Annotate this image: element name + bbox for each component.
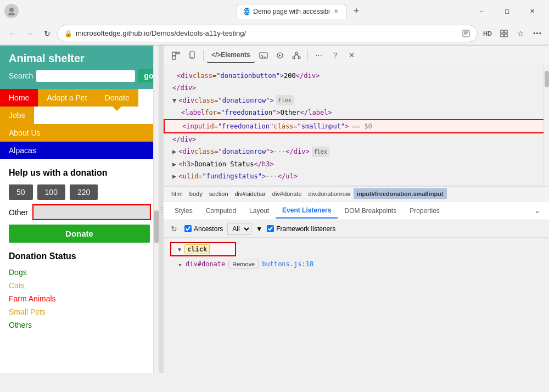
device-toolbar-button[interactable]: [184, 48, 200, 63]
svg-point-17: [298, 57, 300, 59]
listener-target: div#donate: [186, 260, 225, 268]
collapse-arrow-2[interactable]: ▶: [172, 146, 176, 157]
nav-item-donate[interactable]: Donate: [96, 89, 138, 107]
filter-dropdown-arrow[interactable]: ▼: [256, 225, 262, 233]
collapse-arrow-3[interactable]: ▶: [172, 159, 176, 170]
tree-line-2[interactable]: </div>: [164, 82, 549, 94]
click-event-row[interactable]: ▼ click: [170, 242, 236, 256]
text: 200: [284, 70, 296, 81]
help-button[interactable]: ?: [328, 48, 343, 63]
collapse-arrow-4[interactable]: ▶: [172, 171, 176, 182]
minimize-button[interactable]: –: [469, 2, 494, 20]
more-tools-button[interactable]: ⋯: [311, 48, 327, 63]
new-tab-button[interactable]: +: [349, 3, 364, 19]
inspect-element-button[interactable]: [168, 48, 183, 63]
free-donation-input[interactable]: [33, 205, 150, 219]
other-label: Other: [9, 208, 28, 217]
tree-line-4[interactable]: <label for="freedonation">Other</label>: [164, 107, 549, 119]
network-tab-button[interactable]: [289, 48, 304, 63]
close-button[interactable]: ✕: [519, 2, 545, 20]
devtools-scrollbar[interactable]: [544, 65, 549, 186]
hd-button[interactable]: HD: [480, 26, 495, 41]
tab-layout[interactable]: Layout: [243, 204, 276, 218]
tab-dom-breakpoints[interactable]: DOM Breakpoints: [338, 204, 403, 218]
tree-line-7[interactable]: ▶ <div class="donationrow"> ··· </div> f…: [164, 145, 549, 158]
svg-point-16: [293, 57, 295, 59]
tab-event-listeners[interactable]: Event Listeners: [276, 203, 338, 219]
status-cats: Cats: [9, 279, 150, 292]
more-button[interactable]: ⋯: [529, 26, 545, 41]
bc-section[interactable]: section: [206, 188, 232, 199]
bc-body[interactable]: body: [186, 188, 206, 199]
ancestors-checkbox[interactable]: [184, 225, 192, 232]
ul-id: id=: [191, 171, 203, 182]
nav-item-adopt[interactable]: Adopt a Pet: [38, 89, 96, 107]
sub-tab-more-button[interactable]: ⌄: [530, 204, 545, 217]
h3-tag: <h3>: [178, 159, 194, 170]
ellipsis: ···: [274, 146, 286, 157]
bc-html[interactable]: html: [168, 188, 186, 199]
detail-expand-arrow[interactable]: ►: [179, 261, 182, 267]
search-label: Search: [9, 71, 33, 80]
filter-select[interactable]: All: [227, 223, 251, 235]
nav-item-jobs[interactable]: Jobs: [0, 107, 34, 124]
refresh-listeners-button[interactable]: ↻: [168, 223, 180, 235]
for-val: "freedonation": [221, 107, 276, 118]
bc-freedonation[interactable]: input#freedonation.smallinput: [354, 188, 447, 199]
panel-resizer[interactable]: [159, 46, 164, 373]
address-bar[interactable]: 🔒 microsoftedge.github.io/Demos/devtools…: [57, 25, 478, 42]
console-tab-button[interactable]: [256, 48, 271, 63]
collections-button[interactable]: [496, 26, 512, 41]
collapse-arrow[interactable]: ▼: [172, 95, 176, 106]
framework-label[interactable]: Framework listeners: [276, 225, 335, 233]
donation-status-heading: Donation Status: [9, 251, 150, 261]
label-close: </label>: [300, 107, 332, 118]
webpage-scrollbar[interactable]: [153, 46, 159, 373]
elements-tab-button[interactable]: </> Elements: [207, 48, 255, 63]
label-text: Other: [281, 107, 300, 118]
tree-line-9[interactable]: ▶ <ul id="fundingstatus"> ··· </ul>: [164, 170, 549, 182]
amount-100-button[interactable]: 100: [37, 184, 65, 200]
bc-donationrow[interactable]: div.donationrow: [305, 188, 354, 199]
tree-line-1[interactable]: <div class="donationbutton">200</div>: [164, 70, 549, 82]
tab-styles[interactable]: Styles: [168, 204, 199, 218]
close-devtools-button[interactable]: ✕: [344, 48, 360, 63]
main-area: Animal shelter Search go Home Adopt a Pe…: [0, 46, 549, 373]
breadcrumb-bar: html body section div#sidebar div#donate…: [164, 186, 549, 201]
user-avatar[interactable]: [4, 4, 19, 18]
nav-bar: ← → ↻ 🔒 microsoftedge.github.io/Demos/de…: [0, 22, 549, 45]
forward-button[interactable]: →: [22, 26, 37, 41]
remove-listener-button[interactable]: Remove: [228, 260, 259, 268]
ul-close: </ul>: [278, 171, 298, 182]
bc-donate[interactable]: div#donate: [269, 188, 305, 199]
event-collapse-arrow[interactable]: ▼: [178, 247, 181, 253]
alpacas-bar[interactable]: Alpacas: [0, 142, 159, 159]
tree-line-6[interactable]: </div>: [164, 133, 549, 145]
nav-item-home[interactable]: Home: [0, 89, 38, 107]
svg-rect-9: [176, 52, 180, 54]
search-input[interactable]: [36, 70, 135, 82]
donate-button[interactable]: Donate: [9, 225, 150, 243]
tree-line-8[interactable]: ▶ <h3>Donation Status</h3>: [164, 158, 549, 170]
ancestors-label[interactable]: Ancestors: [194, 225, 223, 233]
tab-computed[interactable]: Computed: [199, 204, 243, 218]
sources-tab-button[interactable]: [272, 48, 288, 63]
active-tab[interactable]: Demo page with accessibility iss ✕: [237, 4, 346, 19]
tab-close-button[interactable]: ✕: [333, 8, 339, 15]
click-detail-row[interactable]: ► div#donate Remove buttons.js:18: [164, 259, 549, 270]
framework-checkbox[interactable]: [267, 225, 274, 232]
tree-line-5-highlighted[interactable]: <input id="freedonation" class="smallinp…: [164, 119, 549, 133]
maximize-button[interactable]: ◻: [494, 2, 519, 20]
amount-220-button[interactable]: 220: [70, 184, 98, 200]
back-button[interactable]: ←: [4, 26, 20, 41]
tag: <div: [178, 95, 194, 106]
svg-rect-7: [172, 52, 176, 55]
refresh-button[interactable]: ↻: [40, 26, 55, 41]
amount-50-button[interactable]: 50: [9, 184, 33, 200]
nav-item-about[interactable]: About Us: [0, 124, 159, 142]
tree-line-3[interactable]: ▼ <div class="donationrow"> flex: [164, 94, 549, 107]
listener-file-link[interactable]: buttons.js:18: [262, 260, 313, 268]
tab-properties[interactable]: Properties: [403, 204, 446, 218]
favorites-button[interactable]: ☆: [513, 26, 528, 41]
bc-sidebar[interactable]: div#sidebar: [232, 188, 269, 199]
